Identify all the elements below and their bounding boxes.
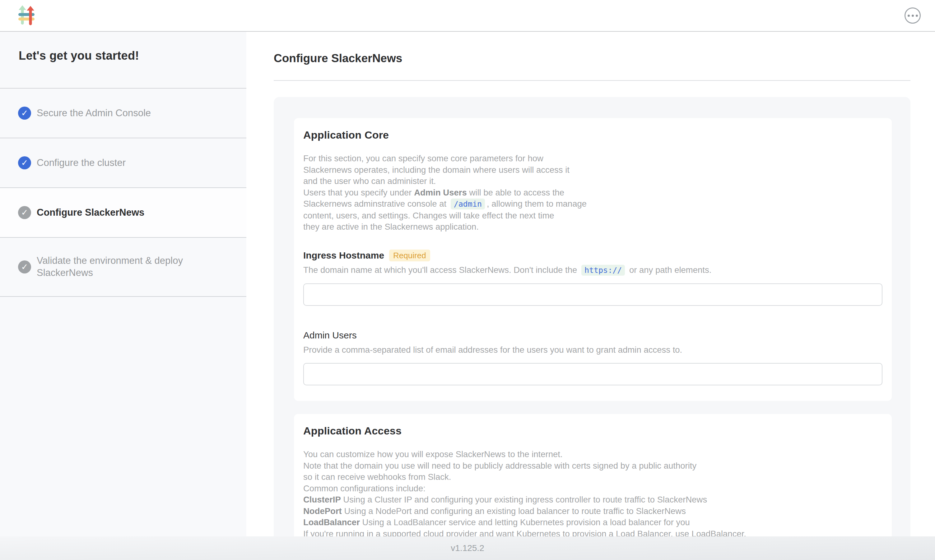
application-access-heading: Application Access: [303, 425, 883, 437]
desc-line: If you're running in a supported cloud p…: [303, 529, 746, 536]
sidebar-header: Let's get you started!: [0, 32, 246, 89]
app-window: Let's get you started! ✓ Secure the Admi…: [0, 0, 935, 560]
config-panel: Application Core For this section, you c…: [274, 97, 910, 536]
ingress-hostname-help: The domain name at which you'll access S…: [303, 265, 883, 276]
application-core-heading: Application Core: [303, 129, 883, 141]
check-circle-icon: ✓: [18, 260, 31, 274]
required-badge: Required: [389, 249, 430, 262]
app-footer: v1.125.2: [0, 536, 935, 560]
overflow-menu-button[interactable]: [904, 8, 921, 24]
app-version: v1.125.2: [451, 543, 484, 553]
desc-line: Using a NodePort and configuring an exis…: [342, 506, 686, 516]
ellipsis-icon: [908, 15, 910, 17]
admin-users-input[interactable]: [303, 363, 883, 385]
ingress-hostname-label: Ingress Hostname: [303, 249, 384, 262]
check-circle-icon: ✓: [18, 106, 31, 120]
ellipsis-icon: [916, 15, 918, 17]
loadbalancer-keyword: LoadBalancer: [303, 517, 360, 527]
field-ingress-hostname: Ingress Hostname Required: [303, 249, 883, 262]
sidebar-step-label: Validate the environment & deploy Slacke…: [37, 255, 205, 279]
check-circle-icon: ✓: [18, 206, 31, 219]
card-application-core: Application Core For this section, you c…: [294, 118, 892, 401]
sidebar-step-label: Configure SlackerNews: [37, 207, 144, 219]
ellipsis-icon: [912, 15, 914, 17]
field-admin-users: Admin Users: [303, 329, 883, 341]
page-title: Configure SlackerNews: [274, 52, 910, 65]
desc-line: You can customize how you will expose Sl…: [303, 449, 563, 459]
ingress-hostname-input[interactable]: [303, 283, 883, 306]
setup-sidebar: Let's get you started! ✓ Secure the Admi…: [0, 32, 246, 536]
desc-line: Slackernews adminstrative console at: [303, 199, 449, 209]
sidebar-step-configure-slackernews[interactable]: ✓ Configure SlackerNews: [0, 188, 246, 238]
help-text: or any path elements.: [627, 265, 711, 275]
application-access-description: You can customize how you will expose Sl…: [303, 449, 883, 536]
title-divider: [274, 80, 910, 81]
desc-line: Using a LoadBalancer service and letting…: [360, 517, 690, 527]
desc-line: For this section, you can specify some c…: [303, 154, 543, 163]
sidebar-step-configure-cluster[interactable]: ✓ Configure the cluster: [0, 138, 246, 188]
desc-line: Using a Cluster IP and configuring your …: [341, 495, 707, 505]
main-content: Configure SlackerNews Application Core F…: [246, 32, 935, 536]
desc-line: Note that the domain you use will need t…: [303, 461, 696, 471]
admin-users-label: Admin Users: [303, 329, 357, 341]
sidebar-step-label: Configure the cluster: [37, 157, 126, 169]
admin-path-code-chip: /admin: [451, 198, 485, 209]
desc-line: Slackernews operates, including the doma…: [303, 165, 569, 175]
desc-line: they are active in the Slackernews appli…: [303, 222, 479, 232]
desc-line: Common configurations include:: [303, 483, 426, 493]
nodeport-keyword: NodePort: [303, 506, 342, 516]
admin-users-help: Provide a comma-separated list of email …: [303, 344, 883, 355]
onboarding-title: Let's get you started!: [19, 49, 234, 63]
help-text: The domain name at which you'll access S…: [303, 265, 580, 275]
card-application-access: Application Access You can customize how…: [294, 414, 892, 536]
sidebar-step-secure-admin-console[interactable]: ✓ Secure the Admin Console: [0, 89, 246, 138]
desc-line: so it can receive webhooks from Slack.: [303, 472, 451, 482]
top-header: [0, 0, 935, 32]
desc-line: content, users, and settings. Changes wi…: [303, 211, 554, 220]
slackernews-logo-icon: [19, 5, 34, 26]
check-circle-icon: ✓: [18, 156, 31, 169]
desc-line: Users that you specify under: [303, 188, 414, 197]
application-core-description: For this section, you can specify some c…: [303, 153, 883, 233]
admin-users-keyword: Admin Users: [414, 188, 467, 197]
sidebar-step-validate-and-deploy[interactable]: ✓ Validate the environment & deploy Slac…: [0, 238, 246, 297]
clusterip-keyword: ClusterIP: [303, 495, 341, 505]
desc-line: , allowing them to manage: [487, 199, 586, 209]
https-code-chip: https://: [581, 265, 625, 275]
desc-line: will be able to access the: [467, 188, 564, 197]
sidebar-step-label: Secure the Admin Console: [37, 107, 151, 119]
desc-line: and the user who can administer it.: [303, 176, 436, 186]
page-body: Let's get you started! ✓ Secure the Admi…: [0, 32, 935, 536]
